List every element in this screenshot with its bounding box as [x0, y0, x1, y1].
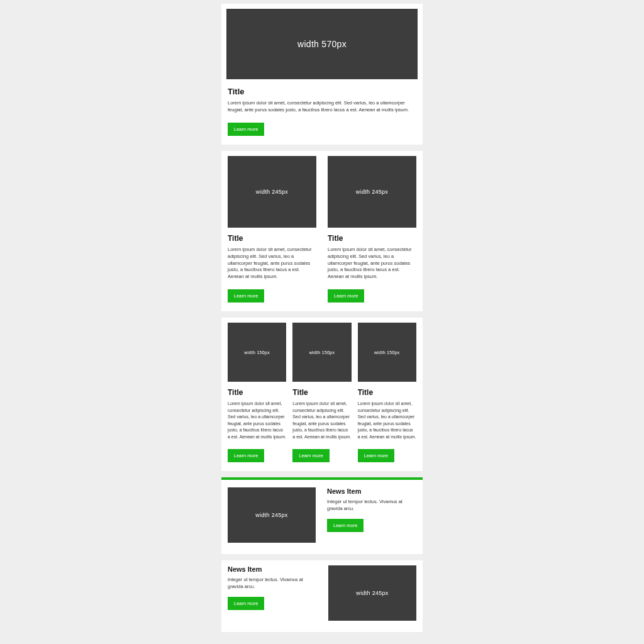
- news-body: Integer ut tempor lectus. Vivamus at gra…: [327, 499, 416, 513]
- item-body: Lorem ipsum dolor sit amet, consectetur …: [228, 247, 316, 280]
- image-placeholder: width 150px: [292, 323, 351, 382]
- image-label: width 150px: [244, 350, 270, 355]
- learn-more-button[interactable]: Learn more: [228, 597, 264, 610]
- hero-body: Lorem ipsum dolor sit amet, consectetur …: [228, 100, 416, 114]
- image-placeholder: width 150px: [358, 323, 416, 382]
- item-title: Title: [228, 388, 286, 397]
- item-body: Lorem ipsum dolor sit amet, consectetur …: [228, 401, 286, 440]
- item-title: Title: [292, 388, 351, 397]
- item-title: Title: [328, 234, 416, 243]
- news-body: Integer ut tempor lectus. Vivamus at gra…: [228, 577, 317, 591]
- item-body: Lorem ipsum dolor sit amet, consectetur …: [358, 401, 416, 440]
- three-col-item: width 150px Title Lorem ipsum dolor sit …: [292, 323, 351, 462]
- learn-more-button[interactable]: Learn more: [228, 289, 264, 303]
- item-body: Lorem ipsum dolor sit amet, consectetur …: [292, 401, 351, 440]
- hero-learn-more-button[interactable]: Learn more: [228, 123, 264, 136]
- two-col-card: width 245px Title Lorem ipsum dolor sit …: [221, 151, 423, 311]
- news-image-placeholder: width 245px: [328, 565, 416, 621]
- image-placeholder: width 245px: [328, 156, 416, 228]
- item-title: Title: [228, 234, 316, 243]
- learn-more-button[interactable]: Learn more: [228, 449, 264, 462]
- two-col-item: width 245px Title Lorem ipsum dolor sit …: [228, 156, 316, 303]
- three-col-card: width 150px Title Lorem ipsum dolor sit …: [221, 318, 423, 471]
- item-body: Lorem ipsum dolor sit amet, consectetur …: [328, 247, 416, 280]
- hero-card: width 570px Title Lorem ipsum dolor sit …: [221, 4, 423, 145]
- image-label: width 150px: [374, 350, 400, 355]
- three-col-item: width 150px Title Lorem ipsum dolor sit …: [228, 323, 286, 462]
- item-title: Title: [358, 388, 416, 397]
- news-card: width 245px News Item Integer ut tempor …: [221, 477, 423, 554]
- image-label: width 150px: [309, 350, 335, 355]
- image-label: width 245px: [256, 189, 288, 195]
- news-content: News Item Integer ut tempor lectus. Viva…: [327, 487, 416, 532]
- hero-image-label: width 570px: [297, 39, 347, 49]
- three-col-item: width 150px Title Lorem ipsum dolor sit …: [358, 323, 416, 462]
- two-col-item: width 245px Title Lorem ipsum dolor sit …: [328, 156, 416, 303]
- learn-more-button[interactable]: Learn more: [358, 449, 394, 462]
- news-content: News Item Integer ut tempor lectus. Viva…: [228, 565, 317, 610]
- image-placeholder: width 245px: [228, 156, 316, 228]
- news-card: News Item Integer ut tempor lectus. Viva…: [221, 560, 423, 632]
- hero-image-placeholder: width 570px: [226, 9, 418, 79]
- image-label: width 245px: [356, 590, 388, 596]
- accent-bar: [221, 477, 423, 480]
- news-title: News Item: [228, 565, 317, 573]
- image-placeholder: width 150px: [228, 323, 286, 382]
- image-label: width 245px: [356, 189, 388, 195]
- news-title: News Item: [327, 487, 416, 495]
- learn-more-button[interactable]: Learn more: [328, 289, 364, 303]
- learn-more-button[interactable]: Learn more: [327, 519, 364, 532]
- news-image-placeholder: width 245px: [228, 487, 316, 543]
- hero-title: Title: [228, 87, 416, 96]
- image-label: width 245px: [255, 512, 287, 518]
- learn-more-button[interactable]: Learn more: [292, 449, 329, 462]
